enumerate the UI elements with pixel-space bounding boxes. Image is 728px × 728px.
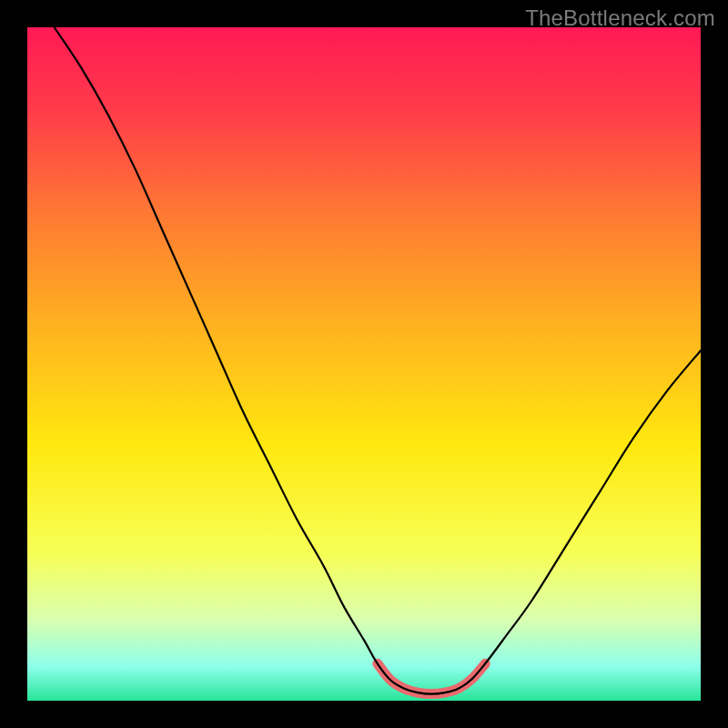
chart-svg	[27, 27, 701, 701]
gradient-background	[27, 27, 701, 701]
plot-area	[27, 27, 701, 701]
chart-frame: TheBottleneck.com	[0, 0, 728, 728]
